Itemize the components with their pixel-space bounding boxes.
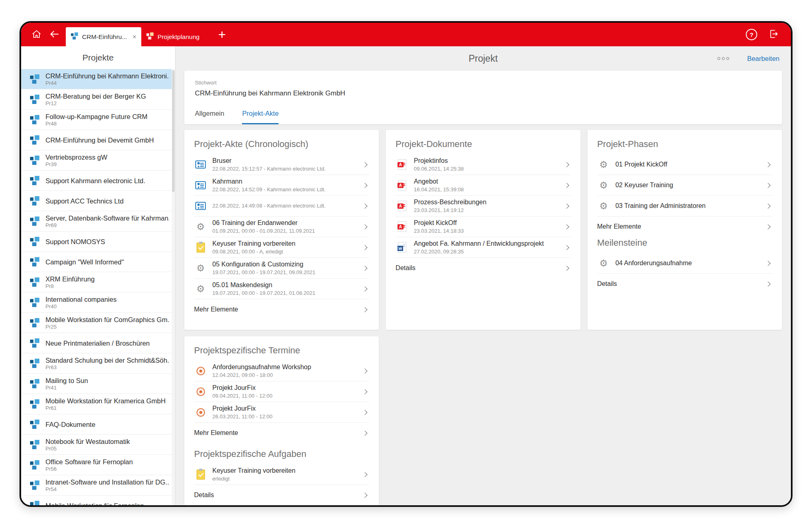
chevron-right-icon xyxy=(564,162,569,167)
logout-button[interactable] xyxy=(769,29,779,40)
sidebar-project-item[interactable]: Office Software für Fernoplan Pr56 xyxy=(21,455,175,475)
sidebar-project-item[interactable]: Mobile Workstation für Fernoplan xyxy=(21,496,175,505)
list-item[interactable]: Prozess-Beschreibungen 23.03.2021, 14:19… xyxy=(395,196,570,216)
project-icon xyxy=(29,338,40,348)
edit-button[interactable]: Bearbeiten xyxy=(747,55,780,63)
list-item[interactable]: Projektinfos 09.06.2021, 14:25:38 xyxy=(395,154,570,175)
card-title: Projekt-Phasen xyxy=(597,139,772,149)
list-item[interactable]: Angebot Fa. Kahrmann / Entwicklungsproje… xyxy=(395,237,570,258)
list-item[interactable]: 05 Konfiguration & Customizing 19.07.202… xyxy=(194,258,369,279)
logout-icon xyxy=(769,29,779,40)
contact-icon xyxy=(195,181,206,189)
sidebar-project-item[interactable]: Vertriebsprozess gW Pr39 xyxy=(21,150,175,171)
more-elements-button[interactable]: Mehr Elemente xyxy=(597,216,772,237)
sidebar-project-item[interactable]: Mailing to Sun Pr41 xyxy=(21,374,175,394)
chevron-right-icon xyxy=(362,245,367,250)
projekt-phasen-card: Projekt-Phasen 01 Projekt KickOff xyxy=(587,130,782,330)
list-item[interactable]: 22.08.2022, 14:49:08 - Kahrmann electron… xyxy=(194,196,369,216)
list-item[interactable]: 06 Training der Endanwender 01.09.2021, … xyxy=(194,216,369,237)
list-item[interactable]: Angebot 16.04.2021, 15:39:08 xyxy=(395,175,570,196)
sidebar-project-item[interactable]: Campaign "Well Informed" xyxy=(21,252,175,272)
chevron-right-icon xyxy=(362,286,367,292)
tab-close-icon[interactable]: × xyxy=(132,33,136,40)
list-item[interactable]: Anforderungsaufnahme Workshop 12.04.2021… xyxy=(194,361,369,381)
projekt-akte-list: Bruser 22.08.2022, 15:12:57 - Kahrmann e… xyxy=(194,154,369,299)
tab-allgemein[interactable]: Allgemein xyxy=(195,110,224,124)
project-tab-icon xyxy=(71,32,78,41)
chevron-right-icon xyxy=(362,410,367,415)
home-button[interactable] xyxy=(28,23,45,46)
chevron-right-icon xyxy=(564,245,569,250)
list-item[interactable]: 02 Keyuser Training xyxy=(597,175,772,196)
termine-list: Anforderungsaufnahme Workshop 12.04.2021… xyxy=(194,361,369,423)
sidebar-project-item[interactable]: Neue Printmaterialien / Broschüren xyxy=(21,333,175,353)
project-icon xyxy=(29,135,40,145)
list-item[interactable]: Projekt JourFix 09.04.2021, 11:00 - 12:0… xyxy=(194,381,369,402)
sidebar-project-item[interactable]: Intranet-Software und Installation für D… xyxy=(21,475,175,496)
sidebar-project-item[interactable]: FAQ-Dokumente xyxy=(21,414,175,435)
sidebar-project-item[interactable]: Standard Schulung bei der Schmidt&Söh...… xyxy=(21,353,175,374)
sidebar-project-item[interactable]: Support ACC Technics Ltd xyxy=(21,191,175,211)
list-item[interactable]: 03 Training der Administratoren xyxy=(597,196,772,216)
chevron-right-icon xyxy=(362,162,367,167)
tab-label: Projektplanung xyxy=(158,33,199,41)
help-button[interactable]: ? xyxy=(746,29,757,40)
list-item[interactable]: Keyuser Training vorbereiten 09.08.2021,… xyxy=(194,237,369,258)
dokumente-list: Projektinfos 09.06.2021, 14:25:38 Angebo… xyxy=(395,154,570,258)
list-item[interactable]: 05.01 Maskendesign 19.07.2021, 00:00 - 1… xyxy=(194,279,369,299)
chevron-right-icon xyxy=(362,266,367,271)
sidebar-scrollbar[interactable] xyxy=(172,69,175,505)
project-icon xyxy=(29,480,40,490)
tab-projekt-akte[interactable]: Projekt-Akte xyxy=(242,110,279,124)
more-elements-button[interactable]: Mehr Elemente xyxy=(194,423,369,443)
list-item[interactable]: Bruser 22.08.2022, 15:12:57 - Kahrmann e… xyxy=(194,154,369,175)
list-item[interactable]: Projekt KickOff 23.03.2021, 14:18:33 xyxy=(395,216,570,237)
sidebar-project-item[interactable]: Mobile Workstation für ComGraphics Gm...… xyxy=(21,313,175,333)
back-button[interactable] xyxy=(45,23,63,46)
sidebar-project-item[interactable]: International companies Pr40 xyxy=(21,292,175,313)
sidebar-project-item[interactable]: Support NOMOSYS xyxy=(21,232,175,252)
tab-projektplanung[interactable]: Projektplanung xyxy=(141,27,204,46)
chevron-right-icon xyxy=(765,162,771,167)
tab-strip: CRM-Einführu... × Projektplanung xyxy=(66,23,204,46)
chevron-right-icon xyxy=(564,224,569,229)
stichwort-label: Stichwort xyxy=(195,80,771,86)
list-item[interactable]: 01 Projekt KickOff xyxy=(597,154,772,175)
home-icon xyxy=(31,29,42,41)
details-button[interactable]: Details xyxy=(395,258,570,278)
gear-icon xyxy=(197,222,205,232)
details-button[interactable]: Details xyxy=(194,485,369,505)
chevron-right-icon xyxy=(765,261,771,266)
card-title: Projekt-Akte (Chronologisch) xyxy=(194,139,369,149)
chevron-right-icon xyxy=(362,307,367,312)
project-icon xyxy=(29,236,40,247)
sidebar-project-item[interactable]: Follow-up-Kampagne Future CRM Pr48 xyxy=(21,110,175,130)
list-item[interactable]: Kahrmann 22.08.2022, 14:52:09 - Kahrmann… xyxy=(194,175,369,196)
sidebar-project-item[interactable]: CRM-Einführung bei Devemit GmbH xyxy=(21,130,175,150)
phasen-list: 01 Projekt KickOff 02 Keyuser Training xyxy=(597,154,772,216)
project-icon xyxy=(29,216,40,226)
project-icon xyxy=(29,419,40,429)
chevron-right-icon xyxy=(564,203,569,209)
gear-icon xyxy=(599,259,608,268)
sidebar-project-item[interactable]: CRM-Beratung bei der Berger KG Pr12 xyxy=(21,89,175,110)
sidebar-project-item[interactable]: Server, Datenbank-Software für Kahrman..… xyxy=(21,211,175,232)
more-options-button[interactable] xyxy=(717,57,729,60)
tab-crm-einfuehrung[interactable]: CRM-Einführu... × xyxy=(66,27,141,46)
scrollbar-thumb[interactable] xyxy=(172,70,175,192)
sidebar-project-item[interactable]: Support Kahrmann electronic Ltd. xyxy=(21,171,175,191)
sidebar-project-item[interactable]: XRM Einführung Pr8 xyxy=(21,272,175,292)
more-elements-button[interactable]: Mehr Elemente xyxy=(194,299,369,320)
list-item[interactable]: Keyuser Training vorbereiten erledigt xyxy=(194,464,369,485)
sidebar-project-item[interactable]: CRM-Einführung bei Kahrmann Elektroni...… xyxy=(21,69,175,89)
chevron-right-icon xyxy=(362,389,367,394)
new-tab-button[interactable]: + xyxy=(218,28,226,41)
back-arrow-icon xyxy=(49,28,60,41)
sidebar-project-item[interactable]: Mobile Workstation für Kramerica GmbH Pr… xyxy=(21,394,175,414)
list-item[interactable]: 04 Anforderungsaufnahme xyxy=(597,253,772,274)
details-button[interactable]: Details xyxy=(597,274,772,294)
chevron-right-icon xyxy=(362,472,367,477)
screen: CRM-Einführu... × Projektplanung + ? Pro xyxy=(0,0,812,528)
sidebar-project-item[interactable]: Notebook für Westautomatik Pr05 xyxy=(21,435,175,455)
list-item[interactable]: Projekt JourFix 26.03.2021, 11:00 - 12:0… xyxy=(194,402,369,423)
